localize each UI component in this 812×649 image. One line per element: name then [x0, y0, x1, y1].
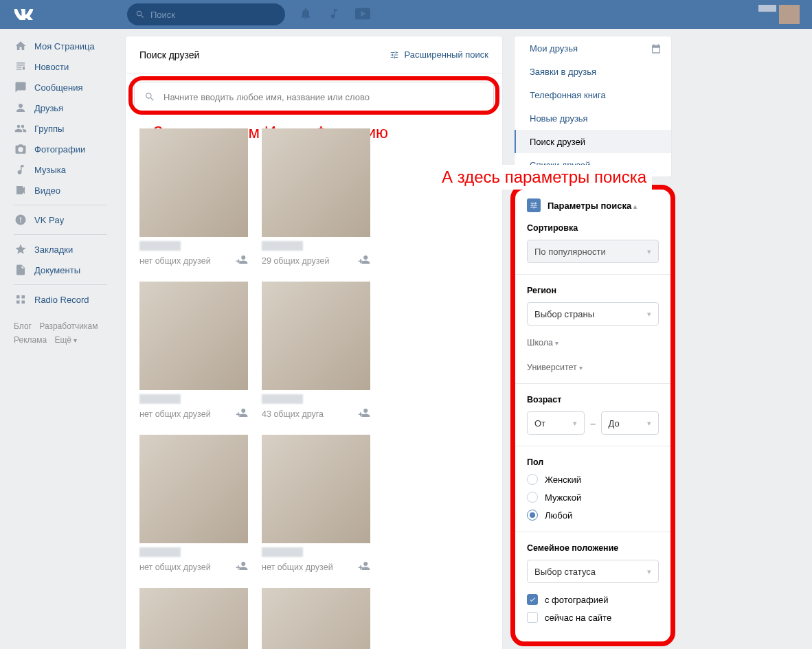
advanced-search-label: Расширенный поиск — [405, 49, 488, 60]
result-cell[interactable]: нет общих друзей — [139, 282, 248, 421]
pay-icon — [14, 213, 27, 227]
add-friend-icon[interactable] — [358, 560, 370, 574]
result-cell[interactable]: 7 общих друзей — [139, 588, 248, 649]
video-icon — [14, 183, 27, 197]
result-name-blur — [139, 241, 181, 251]
mutual-friends-text: нет общих друзей — [139, 409, 211, 419]
region-select[interactable]: Выбор страны▾ — [527, 302, 659, 326]
groups-icon — [14, 122, 27, 135]
marital-label: Семейное положение — [527, 543, 659, 553]
video-play-icon[interactable] — [355, 8, 370, 22]
doc-icon — [14, 263, 27, 277]
params-header[interactable]: Параметры поиска — [527, 198, 659, 212]
footer-more[interactable]: Ещё — [54, 335, 76, 345]
nav-item-home[interactable]: Моя Страница — [10, 36, 111, 56]
right-tabs-card: Мои друзьяЗаявки в друзьяТелефонная книг… — [514, 36, 672, 177]
left-nav: Моя СтраницаНовостиСообщенияДрузьяГруппы… — [0, 36, 115, 649]
result-photo[interactable] — [262, 588, 370, 649]
add-friend-icon[interactable] — [358, 407, 370, 421]
result-photo[interactable] — [262, 128, 370, 237]
result-cell[interactable]: 69 общих друзей — [262, 588, 370, 649]
header-search-input[interactable] — [150, 10, 277, 20]
footer-dev[interactable]: Разработчикам — [39, 321, 98, 331]
result-cell[interactable]: 29 общих друзей — [262, 128, 370, 268]
result-photo[interactable] — [262, 435, 370, 543]
friends-search-input-wrap[interactable] — [134, 82, 494, 112]
nav-item-pay[interactable]: VK Pay — [10, 209, 111, 230]
mutual-friends-text: нет общих друзей — [262, 562, 333, 572]
nav-item-msg[interactable]: Сообщения — [10, 77, 111, 98]
result-name-blur — [262, 547, 303, 557]
marital-select[interactable]: Выбор статуса▾ — [527, 560, 659, 583]
age-from-select[interactable]: От▾ — [527, 411, 585, 435]
sex-radio-1[interactable]: Мужской — [527, 492, 659, 503]
result-photo[interactable] — [139, 128, 248, 237]
sliders-icon — [390, 50, 399, 60]
right-tab-2[interactable]: Телефонная книга — [515, 83, 671, 106]
results-grid: нет общих друзей29 общих друзейнет общих… — [126, 123, 502, 649]
result-cell[interactable]: нет общих друзей — [262, 435, 370, 574]
search-icon — [135, 10, 145, 19]
card-title: Поиск друзей — [139, 49, 199, 60]
age-to-select[interactable]: До▾ — [601, 411, 659, 435]
add-friend-icon[interactable] — [236, 407, 248, 421]
result-photo[interactable] — [139, 435, 248, 543]
add-friend-icon[interactable] — [358, 253, 370, 268]
sex-radio-2[interactable]: Любой — [527, 510, 659, 521]
sort-label: Сортировка — [527, 223, 659, 233]
header-search[interactable] — [127, 3, 285, 25]
profile-avatar[interactable] — [758, 5, 800, 24]
main-column: Поиск друзей Расширенный поиск Здесь вво… — [125, 36, 503, 649]
notifications-icon[interactable] — [299, 7, 313, 23]
calendar-icon[interactable] — [651, 43, 662, 56]
add-friend-icon[interactable] — [236, 253, 248, 268]
right-tab-0[interactable]: Мои друзья — [515, 36, 671, 60]
mutual-friends-text: нет общих друзей — [139, 562, 211, 572]
right-tab-1[interactable]: Заявки в друзья — [515, 60, 671, 83]
nav-item-star[interactable]: Закладки — [10, 239, 111, 260]
search-params-card: Параметры поиска Сортировка По популярно… — [514, 188, 672, 643]
advanced-search-link[interactable]: Расширенный поиск — [390, 49, 488, 60]
sex-radio-0[interactable]: Женский — [527, 474, 659, 485]
right-tab-3[interactable]: Новые друзья — [515, 106, 671, 130]
mutual-friends-text: 29 общих друзей — [262, 256, 329, 266]
nav-item-music[interactable]: Музыка — [10, 159, 111, 180]
right-tab-5[interactable]: Списки друзей — [515, 153, 671, 177]
header-icons — [299, 7, 370, 23]
sort-select[interactable]: По популярности▾ — [527, 240, 659, 263]
nav-item-doc[interactable]: Документы — [10, 260, 111, 280]
friends-search-card: Поиск друзей Расширенный поиск Здесь вво… — [125, 36, 503, 649]
university-expand[interactable]: Университет — [527, 363, 659, 372]
friend-icon — [14, 101, 27, 115]
right-tab-4[interactable]: Поиск друзей — [515, 130, 671, 153]
result-cell[interactable]: нет общих друзей — [139, 128, 248, 268]
nav-item-app[interactable]: Radio Record — [10, 289, 111, 310]
school-expand[interactable]: Школа — [527, 338, 659, 348]
music-icon[interactable] — [328, 8, 340, 22]
nav-item-photo[interactable]: Фотографии — [10, 139, 111, 159]
online-now-checkbox[interactable]: сейчас на сайте — [527, 612, 659, 623]
photo-icon — [14, 142, 27, 156]
nav-item-news[interactable]: Новости — [10, 56, 111, 77]
footer-blog[interactable]: Блог — [14, 321, 32, 331]
footer-ads[interactable]: Реклама — [14, 335, 47, 345]
nav-footer: Блог Разработчикам Реклама Ещё — [10, 319, 111, 348]
home-icon — [14, 39, 27, 53]
result-name-blur — [139, 547, 181, 557]
params-title: Параметры поиска — [548, 201, 637, 211]
nav-item-video[interactable]: Видео — [10, 180, 111, 201]
vk-logo[interactable] — [10, 0, 38, 29]
result-cell[interactable]: нет общих друзей — [139, 435, 248, 574]
msg-icon — [14, 80, 27, 94]
add-friend-icon[interactable] — [236, 560, 248, 574]
with-photo-checkbox[interactable]: с фотографией — [527, 594, 659, 605]
top-header — [0, 0, 812, 29]
nav-item-groups[interactable]: Группы — [10, 118, 111, 139]
result-photo[interactable] — [139, 282, 248, 390]
nav-item-friend[interactable]: Друзья — [10, 98, 111, 118]
result-photo[interactable] — [139, 588, 248, 649]
result-cell[interactable]: 43 общих друга — [262, 282, 370, 421]
result-photo[interactable] — [262, 282, 370, 390]
result-name-blur — [139, 394, 181, 404]
friends-search-input[interactable] — [163, 92, 484, 102]
